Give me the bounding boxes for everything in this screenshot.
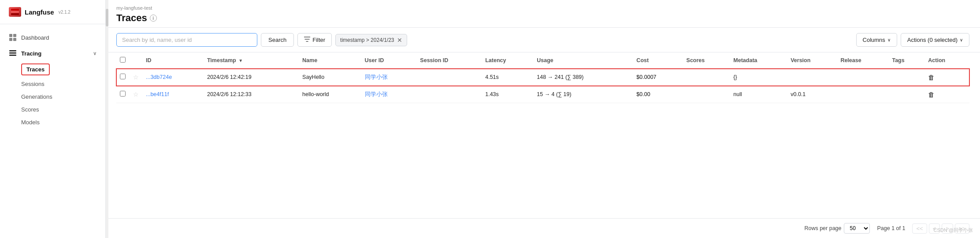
app-version: v2.1.2 — [59, 10, 71, 15]
row-1-timestamp: 2024/2/6 12:42:19 — [204, 69, 299, 86]
row-1-action[interactable]: 🗑 — [924, 69, 969, 86]
svg-rect-3 — [9, 34, 12, 37]
row-1-release — [837, 69, 888, 86]
row-2-user-id: 同学小张 — [361, 86, 417, 103]
sidebar-item-generations[interactable]: Generations — [21, 90, 105, 103]
row-1-tags — [888, 69, 924, 86]
row-1-usage: 148 → 241 (∑ 389) — [533, 69, 633, 86]
col-scores: Scores — [683, 52, 730, 69]
row-1-cost: $0.0007 — [633, 69, 683, 86]
row-1-user-id: 同学小张 — [361, 69, 417, 86]
columns-button[interactable]: Columns ∨ — [856, 33, 897, 47]
search-input-wrap — [116, 33, 257, 47]
app-name: Langfuse — [25, 8, 54, 16]
row-1-metadata: {} — [730, 69, 787, 86]
table-body: ☆ ...3db724e 2024/2/6 12:42:19 SayHello … — [116, 69, 969, 103]
sidebar-item-traces[interactable]: Traces — [21, 61, 105, 78]
svg-rect-7 — [9, 50, 16, 52]
search-button[interactable]: Search — [261, 33, 294, 47]
sidebar-navigation: Dashboard Tracing ∨ Traces Sessions Gene… — [0, 24, 105, 238]
rows-per-page: Rows per page 50 25 100 — [804, 223, 870, 234]
dashboard-icon — [9, 33, 17, 41]
sidebar-item-tracing[interactable]: Tracing ∨ — [0, 45, 105, 61]
col-version: Version — [787, 52, 837, 69]
row-1-latency: 4.51s — [482, 69, 533, 86]
row-1-id[interactable]: ...3db724e — [142, 69, 204, 86]
svg-rect-9 — [9, 55, 16, 56]
row-2-scores — [683, 86, 730, 103]
row-checkbox-cell — [116, 86, 130, 103]
svg-rect-5 — [9, 38, 12, 41]
row-2-timestamp: 2024/2/6 12:12:33 — [204, 86, 299, 103]
row-2-latency: 1.43s — [482, 86, 533, 103]
col-id: ID — [142, 52, 204, 69]
actions-label: Actions (0 selected) — [907, 37, 958, 43]
page-title: Traces — [116, 12, 147, 24]
rows-per-page-select[interactable]: 50 25 100 — [844, 223, 870, 234]
columns-chevron-icon: ∨ — [887, 37, 891, 42]
row-1-scores — [683, 69, 730, 86]
filter-clear-icon[interactable]: ✕ — [397, 37, 402, 44]
filter-label: Filter — [312, 37, 325, 43]
tracing-submenu: Traces Sessions Generations Scores Model… — [0, 61, 105, 129]
toolbar: Search Filter timestamp > 2024/1/23 ✕ Co… — [106, 28, 980, 52]
col-star — [130, 52, 142, 69]
page-title-wrap: Traces i — [116, 12, 969, 24]
select-all-checkbox[interactable] — [120, 57, 126, 63]
page-header: my-langfuse-test Traces i — [106, 0, 980, 28]
col-tags: Tags — [888, 52, 924, 69]
col-name: Name — [299, 52, 361, 69]
filter-chip: timestamp > 2024/1/23 ✕ — [335, 34, 407, 46]
svg-rect-8 — [9, 52, 16, 54]
sidebar: Langfuse v2.1.2 Dashboard — [0, 0, 106, 238]
row-2-session-id — [416, 86, 482, 103]
row-2-id[interactable]: ...be4f11f — [142, 86, 204, 103]
dashboard-label: Dashboard — [21, 34, 49, 41]
col-session-id: Session ID — [416, 52, 482, 69]
actions-button[interactable]: Actions (0 selected) ∨ — [901, 33, 969, 47]
search-input[interactable] — [116, 33, 257, 47]
col-user-id: User ID — [361, 52, 417, 69]
filter-chip-text: timestamp > 2024/1/23 — [340, 37, 394, 43]
row-1-star[interactable]: ☆ — [130, 69, 142, 86]
traces-table: ID Timestamp ▼ Name User ID Session ID L… — [116, 52, 969, 103]
scrollbar-thumb[interactable] — [106, 9, 108, 26]
watermark: CSDN @同学小张 — [934, 227, 973, 234]
sidebar-item-sessions[interactable]: Sessions — [21, 78, 105, 90]
table-footer: Rows per page 50 25 100 Page 1 of 1 << <… — [106, 218, 980, 238]
row-2-release — [837, 86, 888, 103]
breadcrumb: my-langfuse-test — [116, 5, 969, 11]
row-1-version — [787, 69, 837, 86]
tracing-chevron-icon: ∨ — [93, 51, 97, 56]
tracing-icon — [9, 49, 17, 57]
row-2-star[interactable]: ☆ — [130, 86, 142, 103]
col-checkbox — [116, 52, 130, 69]
rows-per-page-label: Rows per page — [804, 225, 841, 231]
columns-label: Columns — [863, 37, 885, 43]
table-row: ☆ ...be4f11f 2024/2/6 12:12:33 hello-wor… — [116, 86, 969, 103]
col-usage: Usage — [533, 52, 633, 69]
filter-button[interactable]: Filter — [297, 33, 332, 47]
first-page-button[interactable]: << — [912, 223, 927, 234]
pagination-info: Page 1 of 1 — [877, 225, 905, 231]
scrollbar-track[interactable] — [106, 0, 108, 238]
row-2-action[interactable]: 🗑 — [924, 86, 969, 103]
filter-icon — [304, 37, 310, 43]
row-1-name: SayHello — [299, 69, 361, 86]
svg-rect-2 — [11, 13, 19, 15]
col-latency: Latency — [482, 52, 533, 69]
sidebar-item-scores[interactable]: Scores — [21, 103, 105, 116]
col-timestamp[interactable]: Timestamp ▼ — [204, 52, 299, 69]
row-2-checkbox[interactable] — [120, 91, 126, 97]
svg-rect-0 — [11, 9, 19, 11]
sidebar-item-models[interactable]: Models — [21, 116, 105, 129]
col-metadata: Metadata — [730, 52, 787, 69]
sidebar-item-dashboard[interactable]: Dashboard — [0, 30, 105, 45]
row-2-cost: $0.00 — [633, 86, 683, 103]
row-1-checkbox[interactable] — [120, 74, 126, 79]
sidebar-logo: Langfuse v2.1.2 — [0, 0, 105, 24]
svg-rect-4 — [13, 34, 16, 37]
app-logo-icon — [9, 7, 21, 17]
info-icon[interactable]: i — [150, 15, 157, 22]
col-release: Release — [837, 52, 888, 69]
